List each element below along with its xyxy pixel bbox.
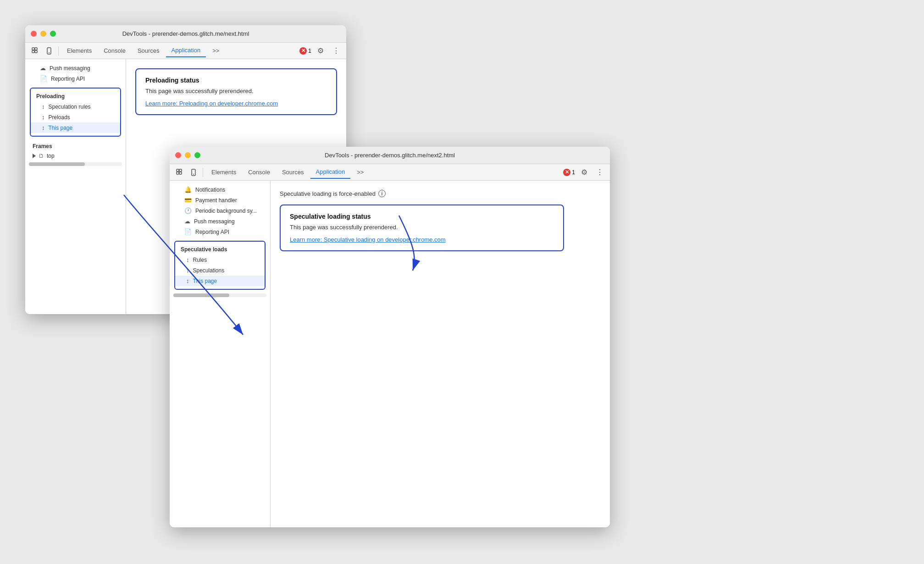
error-badge-2[interactable]: ✕ 1 — [563, 169, 575, 176]
svg-rect-1 — [35, 48, 37, 50]
payment-icon-2: 💳 — [184, 197, 192, 204]
maximize-button-1[interactable] — [50, 31, 56, 37]
svg-rect-2 — [32, 50, 34, 53]
preloading-section-1: Preloading ↕ Speculation rules ↕ Preload… — [30, 88, 121, 137]
updown-icon-preloads-1: ↕ — [42, 114, 45, 121]
speculative-loading-status-card: Speculative loading status This page was… — [280, 205, 564, 251]
sidebar-item-notifications-2[interactable]: 🔔 Notifications — [170, 184, 270, 195]
error-badge-1[interactable]: ✕ 1 — [299, 47, 311, 55]
sidebar-item-this-page-2[interactable]: ↕ This page — [175, 276, 265, 286]
svg-rect-7 — [179, 169, 182, 171]
sidebar-scrollbar-1[interactable] — [29, 162, 122, 166]
force-enabled-notice: Speculative loading is force-enabled i — [280, 190, 601, 197]
frames-header-1: Frames — [25, 140, 126, 151]
tab-application-1[interactable]: Application — [166, 44, 206, 57]
scroll-thumb-1 — [29, 162, 85, 166]
svg-rect-0 — [32, 48, 34, 50]
cursor-icon-1[interactable] — [29, 44, 42, 57]
tab-application-2[interactable]: Application — [310, 166, 351, 179]
sidebar-item-push-2[interactable]: ☁ Push messaging — [170, 216, 270, 227]
updown-icon-page-1: ↕ — [42, 124, 45, 131]
svg-rect-6 — [177, 169, 179, 171]
settings-icon-2[interactable]: ⚙ — [578, 166, 591, 179]
sidebar-item-periodic-2[interactable]: 🕐 Periodic background sy... — [170, 205, 270, 216]
error-icon-2: ✕ — [563, 169, 570, 176]
sidebar-scrollbar-2[interactable] — [173, 293, 266, 297]
speculative-loading-title: Speculative loading status — [290, 213, 554, 220]
sidebar-item-speculations-2[interactable]: ↕ Speculations — [175, 265, 265, 276]
updown-icon-page-2: ↕ — [186, 277, 189, 284]
titlebar-1: DevTools - prerender-demos.glitch.me/nex… — [25, 25, 346, 43]
tab-elements-1[interactable]: Elements — [61, 44, 97, 57]
tab-elements-2[interactable]: Elements — [206, 166, 242, 179]
preloading-header-1: Preloading — [31, 91, 120, 101]
maximize-button-2[interactable] — [194, 152, 200, 158]
cloud-icon-1: ☁ — [40, 65, 46, 72]
sidebar-item-reporting-api-1[interactable]: 📄 Reporting API — [25, 73, 126, 84]
sidebar-1: ☁ Push messaging 📄 Reporting API Preload… — [25, 59, 126, 314]
titlebar-2: DevTools - prerender-demos.glitch.me/nex… — [170, 147, 610, 164]
bell-icon-2: 🔔 — [184, 186, 192, 193]
toolbar-divider-2 — [203, 168, 203, 177]
sidebar-item-speculation-rules-1[interactable]: ↕ Speculation rules — [31, 101, 120, 112]
sidebar-item-reporting-2[interactable]: 📄 Reporting API — [170, 227, 270, 237]
more-tabs-2[interactable]: >> — [351, 166, 369, 179]
window-controls-1 — [31, 31, 56, 37]
error-count-2: 1 — [572, 169, 575, 176]
minimize-button-2[interactable] — [185, 152, 191, 158]
preloading-status-card: Preloading status This page was successf… — [135, 68, 337, 115]
sidebar-2: 🔔 Notifications 💳 Payment handler 🕐 Peri… — [170, 181, 271, 527]
devtools-body-2: 🔔 Notifications 💳 Payment handler 🕐 Peri… — [170, 181, 610, 527]
toolbar-divider-1 — [58, 46, 59, 55]
toolbar-1: Elements Console Sources Application >> … — [25, 43, 346, 59]
svg-rect-4 — [47, 48, 51, 54]
sidebar-item-this-page-1[interactable]: ↕ This page — [31, 122, 120, 133]
cloud-icon-2: ☁ — [184, 218, 190, 225]
svg-rect-9 — [179, 172, 182, 174]
speculative-loading-learn-more-link[interactable]: Learn more: Speculative loading on devel… — [290, 236, 446, 243]
devtools-window-2: DevTools - prerender-demos.glitch.me/nex… — [170, 147, 610, 527]
more-tabs-1[interactable]: >> — [207, 44, 225, 57]
tab-sources-1[interactable]: Sources — [132, 44, 165, 57]
settings-icon-1[interactable]: ⚙ — [314, 44, 327, 57]
tab-console-2[interactable]: Console — [243, 166, 276, 179]
window-controls-2 — [175, 152, 200, 158]
speculative-loading-text: This page was successfully prerendered. — [290, 224, 554, 231]
info-icon[interactable]: i — [378, 190, 386, 197]
close-button-2[interactable] — [175, 152, 181, 158]
folder-icon-1: 🗋 — [39, 153, 44, 159]
preloading-status-text: This page was successfully prerendered. — [145, 88, 327, 94]
updown-icon-spec-1: ↕ — [42, 103, 45, 110]
main-content-2: Speculative loading is force-enabled i S… — [271, 181, 610, 527]
toolbar-right-2: ✕ 1 ⚙ ⋮ — [563, 166, 606, 179]
frames-top-1[interactable]: 🗋 top — [25, 151, 126, 160]
toolbar-2: Elements Console Sources Application >> … — [170, 164, 610, 181]
error-count-1: 1 — [308, 48, 311, 54]
sidebar-item-push-messaging-1[interactable]: ☁ Push messaging — [25, 63, 126, 73]
scroll-thumb-2 — [173, 293, 229, 297]
force-enabled-text: Speculative loading is force-enabled — [280, 190, 376, 197]
error-icon-1: ✕ — [299, 47, 307, 55]
preloading-status-title: Preloading status — [145, 77, 327, 84]
tab-sources-2[interactable]: Sources — [277, 166, 310, 179]
tab-console-1[interactable]: Console — [98, 44, 131, 57]
minimize-button-1[interactable] — [40, 31, 46, 37]
cursor-icon-2[interactable] — [173, 166, 186, 179]
sidebar-item-payment-2[interactable]: 💳 Payment handler — [170, 195, 270, 205]
more-icon-1[interactable]: ⋮ — [330, 44, 343, 57]
device-icon-2[interactable] — [187, 166, 200, 179]
sidebar-item-preloads-1[interactable]: ↕ Preloads — [31, 112, 120, 122]
close-button-1[interactable] — [31, 31, 37, 37]
frames-section-1: Frames 🗋 top — [25, 140, 126, 160]
updown-icon-rules-2: ↕ — [186, 256, 189, 263]
speculative-loads-header-2: Speculative loads — [175, 244, 265, 254]
preloading-learn-more-link[interactable]: Learn more: Preloading on developer.chro… — [145, 100, 278, 107]
more-icon-2[interactable]: ⋮ — [593, 166, 606, 179]
sidebar-item-rules-2[interactable]: ↕ Rules — [175, 254, 265, 265]
updown-icon-speculations-2: ↕ — [186, 267, 189, 274]
file-icon-2: 📄 — [184, 228, 192, 235]
svg-rect-10 — [192, 169, 195, 176]
window-title-2: DevTools - prerender-demos.glitch.me/nex… — [325, 152, 455, 159]
device-icon-1[interactable] — [43, 44, 55, 57]
svg-rect-3 — [35, 50, 37, 53]
